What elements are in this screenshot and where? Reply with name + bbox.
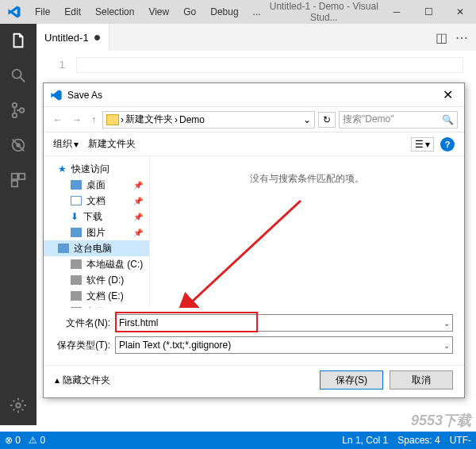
split-editor-icon[interactable]: ◫	[436, 30, 447, 45]
sidebar-documents[interactable]: 文档📌	[44, 193, 149, 209]
tab-label: Untitled-1	[44, 32, 89, 44]
menu-more[interactable]: ...	[247, 3, 267, 21]
address-bar[interactable]: › 新建文件夹 › Demo ⌄	[102, 111, 315, 129]
filename-input[interactable]	[119, 317, 449, 328]
explorer-icon[interactable]	[8, 30, 29, 51]
dialog-title: Save As	[67, 90, 102, 101]
more-actions-icon[interactable]: ⋯	[455, 30, 468, 45]
svg-rect-8	[12, 174, 17, 179]
menu-view[interactable]: View	[142, 3, 175, 21]
dialog-footer: ▴隐藏文件夹 保存(S) 取消	[44, 365, 464, 397]
dialog-bottom: 文件名(N): ⌄ 保存类型(T): Plain Text (*.txt;*.g…	[44, 308, 464, 362]
annotation-arrow	[174, 193, 317, 308]
search-placeholder: 搜索"Demo"	[343, 113, 394, 126]
svg-line-12	[190, 201, 301, 304]
close-window-button[interactable]: ✕	[444, 0, 476, 24]
empty-message: 没有与搜索条件匹配的项。	[250, 173, 364, 184]
status-spaces[interactable]: Spaces: 4	[397, 435, 440, 446]
svg-line-1	[21, 78, 25, 83]
nav-back-icon[interactable]: ←	[50, 114, 66, 125]
svg-rect-10	[12, 181, 17, 186]
window-title: Untitled-1 - Demo - Visual Stud...	[267, 1, 381, 23]
organize-dropdown[interactable]: 组织 ▾	[53, 137, 79, 151]
editor-content[interactable]	[76, 57, 463, 73]
status-warnings[interactable]: ⚠ 0	[29, 435, 45, 446]
filetype-label: 保存类型(T):	[55, 339, 110, 352]
maximize-button[interactable]: ☐	[413, 0, 444, 24]
status-encoding[interactable]: UTF-	[450, 435, 471, 446]
sidebar-this-pc[interactable]: 这台电脑	[44, 240, 149, 256]
filename-field[interactable]: ⌄	[115, 314, 453, 332]
dialog-sidebar: ★快速访问 桌面📌 文档📌 ⬇下载📌 图片📌 这台电脑 本地磁盘 (C:) 软件…	[44, 156, 150, 308]
sidebar-downloads[interactable]: ⬇下载📌	[44, 209, 149, 224]
cancel-button[interactable]: 取消	[390, 370, 453, 390]
search-box[interactable]: 搜索"Demo" 🔍	[339, 111, 458, 129]
settings-icon[interactable]	[8, 395, 29, 416]
path-seg-1[interactable]: 新建文件夹	[125, 113, 173, 126]
source-control-icon[interactable]	[8, 100, 29, 121]
extensions-icon[interactable]	[8, 170, 29, 190]
view-mode-button[interactable]: ☰ ▾	[411, 137, 434, 152]
filetype-value: Plain Text (*.txt;*.gitignore)	[119, 340, 231, 351]
refresh-icon[interactable]: ↻	[318, 112, 336, 128]
sidebar-desktop[interactable]: 桌面📌	[44, 177, 149, 193]
sidebar-quick-access[interactable]: ★快速访问	[44, 161, 149, 177]
svg-point-2	[13, 103, 17, 108]
debug-icon[interactable]	[8, 135, 29, 155]
menu-edit[interactable]: Edit	[58, 3, 87, 21]
sidebar-disk-c[interactable]: 本地磁盘 (C:)	[44, 256, 149, 272]
save-as-dialog: Save As ✕ ← → ↑ › 新建文件夹 › Demo ⌄ ↻ 搜索"De…	[43, 83, 465, 398]
status-errors[interactable]: ⊗ 0	[5, 435, 21, 446]
activity-bar	[0, 24, 36, 425]
nav-forward-icon[interactable]: →	[69, 114, 85, 125]
status-bar: ⊗ 0 ⚠ 0 Ln 1, Col 1 Spaces: 4 UTF-	[0, 432, 476, 449]
hide-folders-toggle[interactable]: ▴隐藏文件夹	[55, 374, 110, 387]
dialog-titlebar: Save As ✕	[44, 83, 464, 107]
dialog-logo-icon	[50, 89, 63, 102]
sidebar-pictures[interactable]: 图片📌	[44, 224, 149, 240]
dialog-close-button[interactable]: ✕	[438, 87, 458, 102]
file-list[interactable]: 没有与搜索条件匹配的项。	[150, 156, 464, 308]
svg-point-4	[20, 108, 25, 113]
menu-bar: File Edit Selection View Go Debug ...	[29, 3, 267, 21]
sidebar-disk-e[interactable]: 文档 (E:)	[44, 288, 149, 304]
menu-go[interactable]: Go	[177, 3, 202, 21]
svg-point-7	[16, 143, 21, 148]
status-lncol[interactable]: Ln 1, Col 1	[342, 435, 388, 446]
sidebar-disk-d[interactable]: 软件 (D:)	[44, 272, 149, 288]
search-icon: 🔍	[442, 114, 454, 125]
dialog-toolbar: 组织 ▾ 新建文件夹 ☰ ▾ ?	[44, 132, 464, 156]
titlebar: File Edit Selection View Go Debug ... Un…	[0, 0, 476, 24]
svg-point-3	[13, 113, 17, 118]
folder-icon	[106, 114, 119, 125]
filetype-field[interactable]: Plain Text (*.txt;*.gitignore) ⌄	[115, 336, 453, 354]
help-icon[interactable]: ?	[440, 137, 455, 152]
tab-dirty-icon: ●	[94, 31, 102, 44]
filename-label: 文件名(N):	[55, 317, 110, 330]
path-seg-2[interactable]: Demo	[179, 114, 205, 125]
tab-bar: Untitled-1 ● ◫ ⋯	[36, 24, 476, 51]
menu-selection[interactable]: Selection	[89, 3, 140, 21]
line-number: 1	[36, 51, 76, 83]
svg-rect-9	[19, 174, 25, 179]
newfolder-button[interactable]: 新建文件夹	[88, 137, 136, 151]
menu-file[interactable]: File	[29, 3, 56, 21]
menu-debug[interactable]: Debug	[204, 3, 244, 21]
tab-untitled[interactable]: Untitled-1 ●	[36, 24, 109, 51]
vscode-logo-icon	[5, 2, 24, 21]
nav-up-icon[interactable]: ↑	[88, 114, 99, 125]
save-button[interactable]: 保存(S)	[320, 370, 383, 390]
search-icon[interactable]	[8, 65, 29, 86]
svg-point-11	[16, 403, 21, 408]
minimize-button[interactable]: ─	[381, 0, 413, 24]
dialog-nav: ← → ↑ › 新建文件夹 › Demo ⌄ ↻ 搜索"Demo" 🔍	[44, 107, 464, 132]
svg-point-0	[13, 70, 21, 79]
